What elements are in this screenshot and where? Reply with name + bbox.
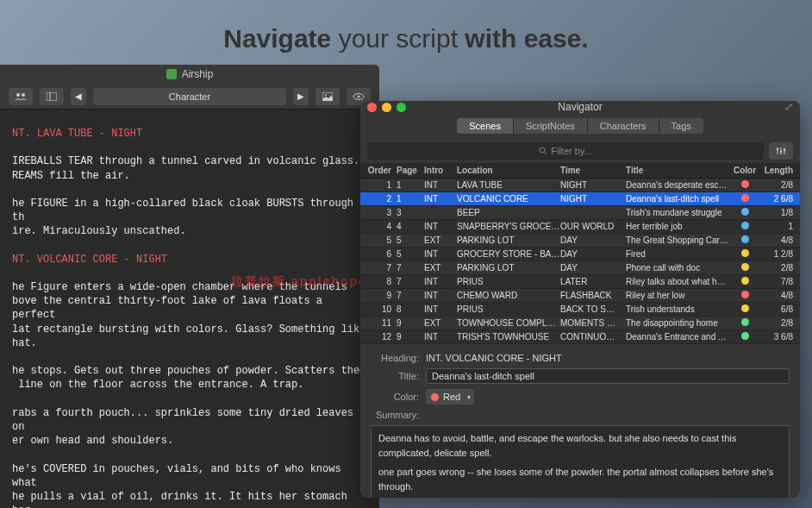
image-button[interactable] xyxy=(315,88,340,105)
col-time-header[interactable]: Time xyxy=(560,166,626,175)
element-prev-button[interactable]: ◀ xyxy=(71,88,86,105)
table-row[interactable]: 21INTVOLCANIC CORENIGHTDeanna's last-dit… xyxy=(360,192,800,206)
close-icon[interactable] xyxy=(367,103,377,112)
cell-intro: INT xyxy=(424,194,457,204)
cell-page: 7 xyxy=(397,291,424,300)
script-body[interactable]: NT. LAVA TUBE - NIGHT IREBALLS TEAR thro… xyxy=(0,110,379,508)
eye-icon xyxy=(353,93,365,100)
cell-time: BACK TO S… xyxy=(560,304,626,314)
svg-point-5 xyxy=(325,94,327,96)
tab-characters[interactable]: Characters xyxy=(588,118,659,134)
cell-length: 2 6/8 xyxy=(760,194,796,204)
summary-textarea[interactable]: Deanna has to avoid, battle, and escape … xyxy=(371,425,790,498)
navigator-title: Navigator xyxy=(360,101,800,113)
table-row[interactable]: 87INTPRIUSLATERRiley talks about what ha… xyxy=(360,275,800,289)
cell-intro: INT xyxy=(424,332,457,342)
table-row[interactable]: 55EXTPARKING LOTDAYThe Great Shopping Ca… xyxy=(360,234,800,248)
color-dot-icon xyxy=(741,208,749,216)
expand-icon[interactable]: ⤢ xyxy=(784,101,793,113)
cell-title: Riley talks about what happ… xyxy=(626,277,729,286)
cell-order: 7 xyxy=(364,263,397,273)
col-color-header[interactable]: Color xyxy=(729,166,760,175)
tab-scenes[interactable]: Scenes xyxy=(457,118,514,134)
table-row[interactable]: 11INTLAVA TUBENIGHTDeanna's desperate es… xyxy=(360,179,800,192)
cell-intro: INT xyxy=(424,291,457,300)
filter-settings-button[interactable] xyxy=(769,142,793,160)
script-editor-window: Airship ◀ Character ▶ NT. LAVA TUBE - NI… xyxy=(0,65,379,508)
color-dot-icon xyxy=(741,249,749,257)
filter-input[interactable]: Filter by... xyxy=(367,142,764,160)
col-length-header[interactable]: Length xyxy=(760,166,796,175)
script-toolbar: ◀ Character ▶ xyxy=(0,84,379,110)
cell-page: 7 xyxy=(397,263,424,273)
cell-location: LAVA TUBE xyxy=(457,180,560,190)
cell-color xyxy=(729,222,760,231)
tagline-bold2: with ease. xyxy=(465,24,588,53)
cell-location: SNAPBERRY'S GROCE… xyxy=(457,222,560,231)
table-row[interactable]: 97INTCHEMO WARDFLASHBACKRiley at her low… xyxy=(360,289,800,303)
cell-length: 4/8 xyxy=(760,291,796,300)
cell-location: PARKING LOT xyxy=(457,235,560,245)
summary-label: Summary: xyxy=(371,410,419,420)
cell-length: 6/8 xyxy=(760,304,796,314)
color-swatch-icon xyxy=(431,393,439,401)
panel-toggle-button[interactable] xyxy=(40,88,64,105)
cell-intro: INT xyxy=(424,222,457,231)
summary-line-2: one part goes wrong -- she loses some of… xyxy=(378,465,782,493)
tab-tags[interactable]: Tags xyxy=(659,118,703,134)
table-row[interactable]: 108INTPRIUSBACK TO S…Trish understands6/… xyxy=(360,303,800,317)
svg-point-14 xyxy=(780,151,782,153)
cell-title: Deanna's last-ditch spell xyxy=(626,194,729,204)
element-next-button[interactable]: ▶ xyxy=(293,88,309,105)
filter-row: Filter by... xyxy=(360,139,800,163)
table-row[interactable]: 77EXTPARKING LOTDAYPhone call with doc2/… xyxy=(360,261,800,275)
col-location-header[interactable]: Location xyxy=(457,166,560,175)
table-row[interactable]: 119EXTTOWNHOUSE COMPL…MOMENTS …The disap… xyxy=(360,317,800,330)
element-type-select[interactable]: Character xyxy=(93,88,286,105)
col-title-header[interactable]: Title xyxy=(626,166,729,175)
col-page-header[interactable]: Page xyxy=(397,166,424,175)
color-dot-icon xyxy=(741,180,749,188)
cell-color xyxy=(729,235,760,245)
cell-location: CHEMO WARD xyxy=(457,291,560,300)
color-select[interactable]: Red xyxy=(426,389,474,405)
table-header[interactable]: Order Page Intro Location Time Title Col… xyxy=(360,163,800,179)
cell-color xyxy=(729,332,760,342)
search-icon xyxy=(539,147,547,155)
table-row[interactable]: 33BEEPTrish's mundane struggle1/8 xyxy=(360,206,800,220)
cell-location: PARKING LOT xyxy=(457,263,560,273)
sliders-icon xyxy=(776,147,786,155)
action-2: he FIGURE in a high-collared black cloak… xyxy=(12,198,359,237)
cell-location: GROCERY STORE - BA… xyxy=(457,249,560,259)
cell-order: 12 xyxy=(364,332,397,342)
cell-time: NIGHT xyxy=(560,194,626,204)
heading-value: INT. VOLCANIC CORE - NIGHT xyxy=(426,353,562,363)
minimize-icon[interactable] xyxy=(382,103,391,112)
sidebar-toggle-button[interactable] xyxy=(9,88,33,105)
action-4: he stops. Gets out three pouches of powd… xyxy=(12,365,365,391)
cell-color xyxy=(729,194,760,204)
tab-scriptnotes[interactable]: ScriptNotes xyxy=(514,118,588,134)
filter-placeholder: Filter by... xyxy=(551,146,591,156)
cell-color xyxy=(729,263,760,273)
cell-time: LATER xyxy=(560,277,626,286)
cell-title: Deanna's desperate escape xyxy=(626,180,729,190)
cell-length: 3 6/8 xyxy=(760,332,796,342)
cell-location: VOLCANIC CORE xyxy=(457,194,560,204)
cell-order: 1 xyxy=(364,180,397,190)
zoom-icon[interactable] xyxy=(397,103,406,112)
svg-rect-2 xyxy=(47,92,57,101)
table-row[interactable]: 44INTSNAPBERRY'S GROCE…OUR WORLDHer terr… xyxy=(360,220,800,234)
table-row[interactable]: 65INTGROCERY STORE - BA…DAYFired1 2/8 xyxy=(360,248,800,261)
navigator-titlebar[interactable]: Navigator ⤢ xyxy=(360,101,800,113)
svg-point-1 xyxy=(22,93,25,97)
cell-location: BEEP xyxy=(457,208,560,217)
color-dot-icon xyxy=(741,318,749,326)
cell-time: DAY xyxy=(560,249,626,259)
col-order-header[interactable]: Order xyxy=(364,166,397,175)
col-intro-header[interactable]: Intro xyxy=(424,166,457,175)
table-row[interactable]: 129INTTRISH'S TOWNHOUSECONTINUO…Deanna's… xyxy=(360,330,800,344)
cell-page: 3 xyxy=(397,208,424,217)
cell-location: PRIUS xyxy=(457,277,560,286)
title-input[interactable]: Deanna's last-ditch spell xyxy=(426,368,790,384)
